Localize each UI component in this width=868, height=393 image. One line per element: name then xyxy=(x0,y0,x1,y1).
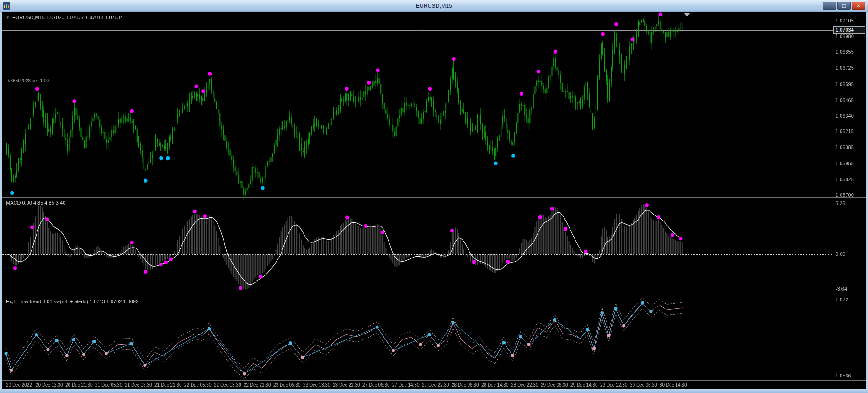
time-label: 28 Dec 14:30 xyxy=(481,382,509,388)
time-label: 30 Dec 06:30 xyxy=(630,382,657,388)
time-label: 29 Dec 22:30 xyxy=(600,382,628,388)
window-title: EURUSD,M15 xyxy=(0,3,868,9)
price-tick: 1.07105 xyxy=(836,18,854,23)
chart-menu-icon[interactable]: ▼ xyxy=(6,16,10,20)
chart-area: ▼ EURUSD,M15 1.07020 1.07077 1.07013 1.0… xyxy=(2,12,866,389)
current-price-badge: 1.07034 xyxy=(833,26,865,34)
macd-tick: 0.00 xyxy=(836,251,845,257)
macd-tick: -3.64 xyxy=(836,286,847,291)
mt4-window: EURUSD,M15 — □ × ▼ EURUSD,M15 1.07020 1.… xyxy=(0,0,868,393)
time-label: 21 Dec 05:30 xyxy=(95,382,122,388)
price-tick: 1.05700 xyxy=(836,192,854,198)
time-label: 23 Dec 21:30 xyxy=(333,382,360,388)
time-label: 21 Dec 13:30 xyxy=(125,382,152,388)
price-tick: 1.05825 xyxy=(836,177,854,182)
time-label: 21 Dec 21:30 xyxy=(154,382,182,388)
hilo-label: High - low trend 3.01 sw(mtf + alerts) 1… xyxy=(6,299,138,304)
time-label: 22 Dec 13:30 xyxy=(214,382,241,388)
time-label: 27 Dec 14:30 xyxy=(392,382,420,388)
time-label: 28 Dec 22:30 xyxy=(511,382,538,388)
time-label: 29 Dec 06:30 xyxy=(541,382,568,388)
window-controls: — □ × xyxy=(823,2,865,10)
time-label: 20 Dec 21:30 xyxy=(65,382,93,388)
time-label: 30 Dec 14:30 xyxy=(660,382,687,388)
hilo-tick: 1.0566 xyxy=(836,373,851,378)
time-label: 20 Dec 13:30 xyxy=(36,382,63,388)
price-tick: 1.06085 xyxy=(836,145,854,150)
time-label: 22 Dec 05:30 xyxy=(184,382,212,388)
time-label: 20 Dec 2022 xyxy=(6,382,32,388)
time-label: 23 Dec 13:30 xyxy=(303,382,330,388)
close-button[interactable]: × xyxy=(852,2,865,10)
macd-label: MACD 0.00 4.85 4.85 3.40 xyxy=(6,200,65,205)
time-label: 27 Dec 22:30 xyxy=(422,382,449,388)
hilo-tick: 1.072 xyxy=(836,297,848,302)
price-tick: 1.06725 xyxy=(836,65,854,70)
time-label: 29 Dec 14:30 xyxy=(570,382,598,388)
restore-button[interactable]: □ xyxy=(837,2,851,10)
time-label: 22 Dec 21:30 xyxy=(244,382,271,388)
macd-tick: 5.26 xyxy=(836,200,845,206)
time-label: 23 Dec 05:30 xyxy=(273,382,301,388)
price-tick: 1.06855 xyxy=(836,49,854,54)
price-tick: 1.06340 xyxy=(836,113,854,118)
minimize-button[interactable]: — xyxy=(823,2,836,10)
price-tick: 1.06215 xyxy=(836,129,854,134)
time-label: 28 Dec 06:30 xyxy=(452,382,479,388)
order-line-label[interactable]: #88592028 sell 1.00 xyxy=(8,78,49,83)
main-chart-label: EURUSD,M15 1.07020 1.07077 1.07013 1.070… xyxy=(12,15,123,20)
price-tick: 1.06595 xyxy=(836,81,854,87)
price-tick: 1.06465 xyxy=(836,97,854,103)
price-tick: 1.05955 xyxy=(836,161,854,166)
chart-canvas[interactable] xyxy=(2,12,866,389)
window-bottom-border xyxy=(0,389,868,393)
title-bar[interactable]: EURUSD,M15 — □ × xyxy=(0,0,868,12)
time-label: 27 Dec 06:30 xyxy=(362,382,390,388)
price-tick: 1.06980 xyxy=(836,33,854,39)
